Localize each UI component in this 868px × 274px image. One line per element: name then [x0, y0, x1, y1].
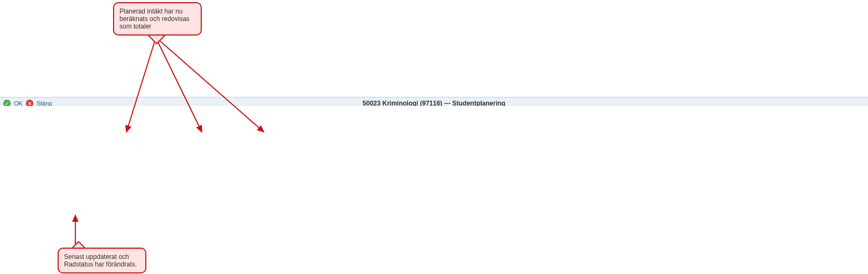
- svg-line-1: [157, 40, 202, 106]
- close-icon: ✕: [26, 100, 33, 106]
- close-link[interactable]: Stäng: [37, 100, 52, 106]
- annotation-top-text: Planerad intäkt har nu beräknats och red…: [119, 8, 189, 30]
- ok-link[interactable]: OK: [14, 100, 23, 106]
- svg-line-2: [159, 40, 264, 106]
- svg-line-0: [126, 40, 155, 106]
- page-title: 50023 Kriminologi (97116) --- Studentpla…: [363, 100, 505, 106]
- topbar: ✓ OK ✕ Stäng 50023 Kriminologi (97116) -…: [0, 97, 868, 106]
- annotation-top: Planerad intäkt har nu beräknats och red…: [113, 2, 202, 36]
- ok-icon: ✓: [3, 100, 11, 106]
